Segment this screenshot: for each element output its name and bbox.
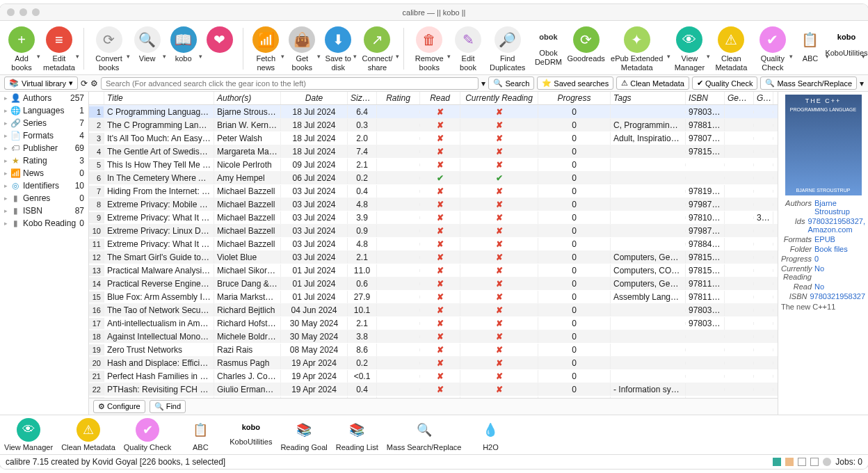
table-row[interactable]: 10Extreme Privacy: Linux DevicesMichael … bbox=[89, 224, 778, 237]
table-row[interactable]: 21Perfect Hash Families in Polyn…Charles… bbox=[89, 369, 778, 383]
table-row[interactable]: 7Hiding From the Internet: Eli…Michael B… bbox=[89, 184, 778, 198]
bottom-abc[interactable]: 📋ABC bbox=[179, 418, 221, 451]
bottom-view-manager[interactable]: 👁View Manager bbox=[4, 418, 53, 451]
table-row[interactable]: 20Hash and Displace: Efficient E…Rasmus … bbox=[89, 356, 778, 369]
table-row[interactable]: 16The Tao of Network Security …Richard B… bbox=[89, 303, 778, 316]
table-row[interactable]: 13Practical Malware Analysis: Th…Michael… bbox=[89, 264, 778, 277]
column-header[interactable]: Genres bbox=[725, 92, 754, 104]
cover-image[interactable]: THE C++ PROGRAMMING LANGUAGE BJARNE STRO… bbox=[785, 95, 862, 195]
toolbar-epub-extended-metadata[interactable]: ✦ePub Extended Metadata▾ bbox=[605, 25, 669, 73]
toolbar-abc[interactable]: 📋ABC▾ bbox=[793, 25, 828, 65]
table-row[interactable]: 2The C Programming LanguageBrian W. Kern… bbox=[89, 118, 778, 131]
sidebar-item-news[interactable]: ▸📶News0 bbox=[0, 167, 88, 179]
gear-icon[interactable]: ⚙ bbox=[90, 79, 98, 88]
toolbar-find-duplicates[interactable]: 🔎Find Duplicates bbox=[487, 25, 528, 73]
column-header[interactable]: Read bbox=[420, 92, 460, 104]
configure-button[interactable]: ⚙Configure bbox=[93, 400, 145, 413]
table-row[interactable]: 17Anti-intellectualism in Americ…Richard… bbox=[89, 316, 778, 330]
bottom-koboutilities[interactable]: koboKoboUtilities bbox=[230, 418, 272, 446]
column-header[interactable]: Size… bbox=[348, 92, 377, 104]
column-header[interactable]: Tags bbox=[611, 92, 686, 104]
toolbar-add-books[interactable]: +Add books▾ bbox=[4, 25, 39, 73]
layout-icon[interactable] bbox=[810, 458, 819, 466]
sidebar-item-isbn[interactable]: ▸▮ISBN87 bbox=[0, 205, 88, 217]
toolbar-convert-books[interactable]: ⟳Convert books▾ bbox=[90, 25, 129, 73]
toolbar-heart[interactable]: ❤ bbox=[202, 25, 237, 56]
sidebar-item-languages[interactable]: ▸🌐Languages1 bbox=[0, 104, 88, 117]
bottom-h-o[interactable]: 💧H2O bbox=[469, 418, 511, 451]
column-header[interactable]: Rating bbox=[377, 92, 420, 104]
bottom-reading-list[interactable]: 📚Reading List bbox=[336, 418, 378, 451]
table-row[interactable]: 18Against Intellectual MonopolyMichele B… bbox=[89, 330, 778, 343]
table-row[interactable]: 9Extreme Privacy: What It Take…Michael B… bbox=[89, 211, 778, 224]
column-header[interactable]: Progress bbox=[538, 92, 611, 104]
column-header[interactable]: Date bbox=[281, 92, 348, 104]
toolbar-koboutilities[interactable]: koboKoboUtilities▾ bbox=[829, 25, 864, 59]
column-header[interactable]: Goal bbox=[754, 92, 773, 104]
table-header[interactable]: TitleAuthor(s)DateSize…RatingReadCurrent… bbox=[89, 92, 778, 105]
clean-metadata-button[interactable]: ⚠Clean Metadata bbox=[616, 77, 689, 90]
sidebar-item-formats[interactable]: ▸📄Formats4 bbox=[0, 129, 88, 142]
toolbar-view[interactable]: 🔍View▾ bbox=[130, 25, 165, 65]
chevron-down-icon[interactable]: ▾ bbox=[481, 79, 485, 88]
toolbar-obok-dedrm[interactable]: obokObok DeDRM bbox=[529, 25, 567, 67]
jobs-label[interactable]: Jobs: 0 bbox=[835, 457, 862, 467]
toolbar-view-manager[interactable]: 👁View Manager▾ bbox=[670, 25, 709, 73]
table-row[interactable]: 15Blue Fox: Arm Assembly Inter…Maria Mar… bbox=[89, 290, 778, 303]
layout-icon[interactable] bbox=[785, 458, 794, 466]
main-toolbar: +Add books▾≡Edit metadata▾⟳Convert books… bbox=[0, 21, 868, 75]
column-header[interactable]: ISBN bbox=[686, 92, 725, 104]
toolbar-remove-books[interactable]: 🗑Remove books▾ bbox=[409, 25, 449, 73]
table-row[interactable]: 5This Is How They Tell Me the …Nicole Pe… bbox=[89, 158, 778, 171]
toolbar-connect-share[interactable]: ↗Connect/ share▾ bbox=[357, 25, 397, 73]
table-row[interactable]: 12The Smart Girl's Guide to Priv…Violet … bbox=[89, 250, 778, 264]
chevron-down-icon[interactable]: ▾ bbox=[860, 79, 864, 88]
window-controls[interactable] bbox=[7, 8, 40, 16]
bottom-clean-metadata[interactable]: ⚠Clean Metadata bbox=[61, 418, 115, 451]
table-row[interactable]: 19Zero Trust NetworksRazi Rais08 May 202… bbox=[89, 343, 778, 356]
table-row[interactable]: 14Practical Reverse Engineering:…Bruce D… bbox=[89, 277, 778, 290]
bottom-reading-goal[interactable]: 📚Reading Goal bbox=[280, 418, 327, 451]
toolbar-get-books[interactable]: 👜Get books▾ bbox=[284, 25, 319, 73]
toolbar-fetch-news[interactable]: 📶Fetch news▾ bbox=[248, 25, 283, 73]
sync-icon[interactable]: ⟳ bbox=[81, 79, 88, 88]
sidebar-item-genres[interactable]: ▸▮Genres0 bbox=[0, 192, 88, 205]
sidebar-item-identifiers[interactable]: ▸◎Identifiers10 bbox=[0, 179, 88, 192]
table-row[interactable]: 8Extreme Privacy: Mobile Devic…Michael B… bbox=[89, 198, 778, 211]
column-header[interactable]: Title bbox=[104, 92, 214, 104]
toolbar-quality-check[interactable]: ✔Quality Check▾ bbox=[754, 25, 791, 73]
bottom-quality-check[interactable]: ✔Quality Check bbox=[124, 418, 171, 451]
table-row[interactable]: 11Extreme Privacy: What It Take…Michael … bbox=[89, 237, 778, 250]
layout-icon[interactable] bbox=[798, 458, 806, 466]
sidebar-item-kobo-reading[interactable]: ▸▮Kobo Reading0 bbox=[0, 217, 88, 230]
table-row[interactable]: 4The Gentle Art of Swedish Dea…Margareta… bbox=[89, 145, 778, 158]
sidebar-item-publisher[interactable]: ▸🏷Publisher69 bbox=[0, 142, 88, 154]
quality-check-button[interactable]: ✔Quality Check bbox=[692, 77, 757, 90]
book-details: THE C++ PROGRAMMING LANGUAGE BJARNE STRO… bbox=[778, 92, 868, 415]
mass-search-replace-button[interactable]: 🔍Mass Search/Replace bbox=[760, 77, 857, 90]
sidebar-item-authors[interactable]: ▸👤Authors257 bbox=[0, 92, 88, 104]
search-input[interactable] bbox=[101, 77, 479, 90]
sidebar-item-series[interactable]: ▸🔗Series7 bbox=[0, 117, 88, 129]
layout-icon[interactable] bbox=[773, 458, 781, 466]
column-header[interactable]: Currently Reading bbox=[460, 92, 538, 104]
bottom-mass-search-replace[interactable]: 🔍Mass Search/Replace bbox=[387, 418, 462, 451]
find-button[interactable]: 🔍Find bbox=[150, 400, 186, 413]
virtual-library-button[interactable]: 📚 Virtual library ▾ bbox=[4, 77, 78, 90]
table-row[interactable]: 3It's All Too Much: An Easy Pla…Peter Wa… bbox=[89, 131, 778, 145]
toolbar-clean-metadata[interactable]: ⚠Clean Metadata bbox=[710, 25, 753, 73]
toolbar-goodreads[interactable]: ⟳Goodreads bbox=[569, 25, 604, 65]
saved-searches-button[interactable]: ⭐Saved searches bbox=[537, 77, 613, 90]
toolbar-save-to-disk[interactable]: ⬇Save to disk▾ bbox=[321, 25, 355, 73]
table-row[interactable]: 6In The Cemetery Where Al Jols…Amy Hempe… bbox=[89, 171, 778, 184]
toolbar-kobo[interactable]: 📖kobo▾ bbox=[166, 25, 201, 65]
search-button[interactable]: 🔍Search bbox=[488, 77, 534, 90]
table-row[interactable]: 22PTHash: Revisiting FCH Mini…Giulio Erm… bbox=[89, 383, 778, 396]
column-header[interactable]: Author(s) bbox=[214, 92, 281, 104]
toolbar-edit-metadata[interactable]: ≡Edit metadata▾ bbox=[40, 25, 78, 73]
sidebar-item-rating[interactable]: ▸★Rating3 bbox=[0, 154, 88, 167]
table-row[interactable]: 1C Programming Language, …Bjarne Stroust… bbox=[89, 105, 778, 118]
layout-icon[interactable] bbox=[823, 458, 831, 466]
toolbar-edit-book[interactable]: ✎Edit book bbox=[451, 25, 485, 73]
detail-row: Progress0 bbox=[778, 254, 868, 264]
